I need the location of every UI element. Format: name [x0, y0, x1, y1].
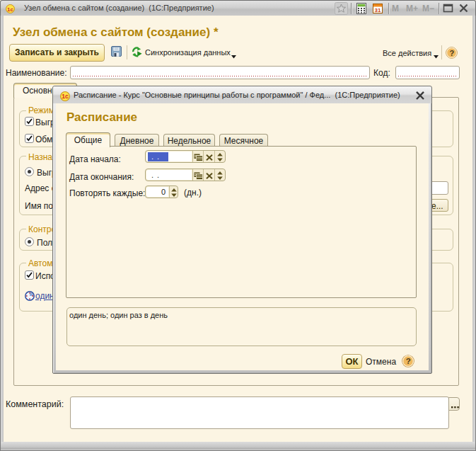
svg-text:?: ?	[450, 49, 455, 57]
svg-text:31: 31	[375, 7, 381, 13]
svg-text:1с: 1с	[62, 93, 69, 100]
svg-text:1с: 1с	[7, 6, 13, 13]
svg-text:?: ?	[406, 356, 411, 365]
